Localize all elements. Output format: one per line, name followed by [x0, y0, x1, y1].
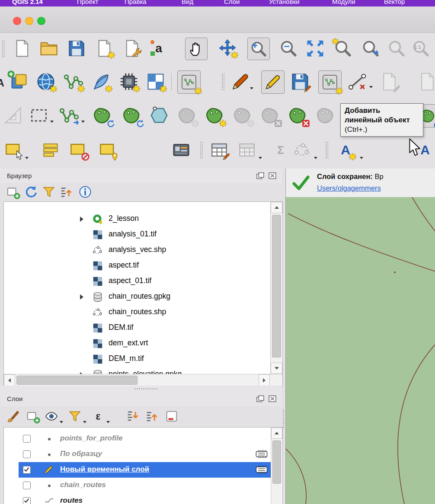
pan-to-selection-icon[interactable]: [218, 39, 237, 57]
menu-project[interactable]: Проект: [77, 0, 98, 6]
toggle-editing-icon[interactable]: [261, 70, 285, 94]
memory-layer-indicator-icon[interactable]: [256, 450, 268, 459]
reshape-icon[interactable]: [315, 105, 336, 126]
zoom-window-button[interactable]: [37, 17, 45, 25]
offset-curve-icon[interactable]: [149, 105, 170, 126]
menu-view[interactable]: Вид: [182, 0, 193, 6]
fill-ring-icon[interactable]: [232, 105, 253, 126]
new-shapefile-layer-icon[interactable]: [64, 72, 83, 91]
add-line-feature-icon[interactable]: [318, 70, 342, 94]
dropdown-caret-icon[interactable]: [83, 421, 86, 423]
zoom-full-icon[interactable]: [306, 39, 324, 57]
data-source-manager-icon[interactable]: [10, 72, 29, 91]
project-toolbox-icon[interactable]: [123, 39, 141, 57]
splitter-grip[interactable]: [134, 388, 158, 390]
tree-item[interactable]: aspect.tif: [4, 258, 269, 274]
menu-layer[interactable]: Слой: [224, 0, 240, 6]
dropdown-caret-icon[interactable]: [50, 121, 54, 123]
collapse-all-icon[interactable]: [60, 185, 73, 198]
properties-icon[interactable]: [79, 185, 92, 198]
tree-item[interactable]: DEM_m.tif: [4, 351, 269, 367]
toolbar-handle[interactable]: [221, 73, 224, 90]
layer-checkbox[interactable]: [23, 450, 31, 458]
menu-vector[interactable]: Вектор: [384, 0, 405, 6]
statistics-icon[interactable]: Σ: [272, 141, 290, 159]
select-by-value-icon[interactable]: [42, 141, 60, 159]
minimize-window-button[interactable]: [25, 17, 33, 25]
deselect-icon[interactable]: [69, 141, 87, 159]
select-by-location-icon[interactable]: [99, 141, 117, 159]
vertex-tool-icon[interactable]: [349, 72, 368, 91]
style-manager-icon[interactable]: a: [150, 39, 168, 57]
toolbar-handle[interactable]: [325, 141, 328, 159]
scrollbar-thumb[interactable]: [272, 440, 281, 484]
filter-browser-icon[interactable]: [42, 185, 55, 198]
expand-arrow-icon[interactable]: [80, 294, 83, 300]
menu-edit[interactable]: Правка: [125, 0, 147, 6]
float-panel-button[interactable]: [256, 172, 265, 179]
new-layout-icon[interactable]: [95, 39, 113, 57]
scroll-up-button[interactable]: [271, 427, 282, 439]
open-project-icon[interactable]: [40, 39, 58, 57]
manage-themes-icon[interactable]: [45, 410, 58, 423]
dropdown-caret-icon[interactable]: [25, 157, 29, 159]
browser-horizontal-scrollbar[interactable]: [4, 374, 282, 386]
dropdown-caret-icon[interactable]: [369, 86, 373, 88]
dropdown-caret-icon[interactable]: [259, 157, 262, 159]
expand-all-icon[interactable]: [126, 410, 139, 423]
modify-attributes-icon[interactable]: [380, 72, 399, 91]
close-panel-button[interactable]: [268, 395, 277, 402]
scroll-down-button[interactable]: [271, 363, 282, 374]
current-edits-icon[interactable]: [231, 72, 250, 91]
tree-item[interactable]: analysis_01.tif: [4, 227, 269, 242]
dropdown-caret-icon[interactable]: [250, 87, 253, 89]
zoom-in-icon[interactable]: +: [247, 38, 270, 60]
toolbar-handle[interactable]: [2, 40, 5, 57]
select-by-rect-icon[interactable]: [29, 106, 48, 125]
select-features-icon[interactable]: [4, 141, 22, 159]
remove-layer-icon[interactable]: [165, 410, 178, 423]
tree-item[interactable]: analysis_vec.shp: [4, 242, 269, 258]
layer-checkbox[interactable]: [23, 435, 31, 443]
filter-legend-icon[interactable]: [68, 410, 81, 423]
layer-row-selected[interactable]: Новый временный слой: [4, 462, 270, 478]
close-panel-button[interactable]: [268, 172, 277, 179]
rotate-feature-icon[interactable]: [92, 105, 112, 126]
dropdown-caret-icon[interactable]: [60, 421, 63, 423]
form-view-icon[interactable]: [172, 141, 190, 159]
scroll-up-button[interactable]: [271, 202, 282, 213]
layer-checkbox[interactable]: [23, 482, 31, 489]
close-window-button[interactable]: [13, 17, 21, 25]
menu-plugins[interactable]: Модули: [332, 0, 355, 6]
add-ring-icon[interactable]: [204, 105, 225, 126]
scrollbar-thumb[interactable]: [272, 215, 281, 357]
toolbar-handle[interactable]: [200, 141, 203, 159]
layer-row[interactable]: points_for_profile: [4, 431, 270, 447]
layer-row[interactable]: routes: [4, 493, 270, 504]
dropdown-caret-icon[interactable]: [360, 157, 363, 159]
new-virtual-layer-icon[interactable]: [146, 72, 165, 91]
tree-item[interactable]: aspect_01.tif: [4, 274, 269, 289]
zoom-to-selection-icon[interactable]: [334, 39, 352, 57]
menubar-app-name[interactable]: QGIS 2.14: [12, 0, 43, 6]
scroll-right-button[interactable]: [259, 374, 270, 386]
message-link[interactable]: Users/olgagemmers: [317, 184, 381, 192]
browser-vertical-scrollbar[interactable]: [270, 202, 282, 374]
expand-arrow-icon[interactable]: [80, 217, 83, 222]
filter-expression-icon[interactable]: ε: [92, 410, 105, 423]
add-selected-layers-icon[interactable]: [6, 185, 19, 198]
map-canvas[interactable]: [286, 197, 435, 504]
layers-vertical-scrollbar[interactable]: [271, 427, 282, 504]
zoom-next-icon[interactable]: [387, 39, 406, 57]
simplify-feature-icon[interactable]: [176, 105, 197, 126]
layer-checkbox[interactable]: [23, 466, 31, 474]
move-feature-icon[interactable]: [60, 106, 79, 125]
measure-icon[interactable]: [3, 106, 22, 125]
geometry-check-icon[interactable]: [293, 141, 311, 159]
scrollbar-thumb[interactable]: [16, 376, 138, 385]
save-layer-edits-icon[interactable]: [291, 72, 310, 91]
new-project-icon[interactable]: [13, 39, 31, 57]
new-mesh-layer-icon[interactable]: [119, 72, 138, 91]
layer-styling-icon[interactable]: [7, 410, 20, 423]
delete-part-icon[interactable]: [287, 105, 308, 126]
